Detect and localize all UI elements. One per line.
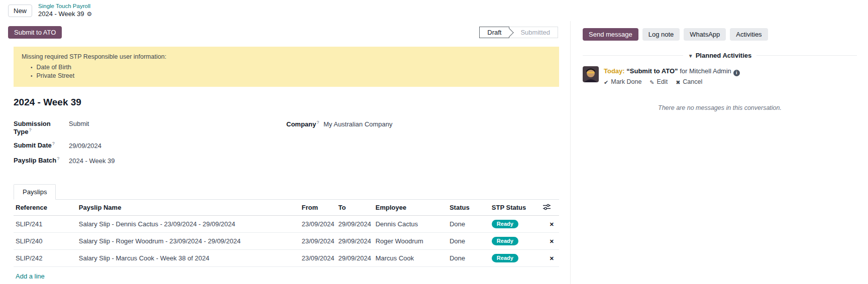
payslip-to[interactable]: 29/09/2024 — [337, 232, 374, 249]
action-row: Submit to ATO Draft Submitted — [0, 21, 570, 44]
help-marker: ? — [316, 120, 319, 125]
payslip-name[interactable]: Salary Slip - Roger Woodrum - 23/09/2024… — [77, 232, 300, 249]
delete-row-icon[interactable]: ✕ — [547, 238, 557, 244]
fields-column-left: Submission Type? Submit Submit Date? 29/… — [14, 120, 286, 171]
activity-actions: ✔Mark Done ✎Edit ✖Cancel — [604, 77, 740, 87]
chatter-buttons: Send message Log note WhatsApp Activitie… — [583, 28, 857, 41]
breadcrumb: Single Touch Payroll 2024 - Week 39 ⚙ — [38, 3, 92, 18]
cancel-activity-button[interactable]: ✖Cancel — [676, 77, 702, 87]
field-label: Payslip Batch? — [14, 156, 69, 164]
warning-item: Date of Birth — [22, 63, 551, 72]
payslip-reference[interactable]: SLIP/241 — [14, 215, 77, 232]
payslips-table: Reference Payslip Name From To Employee … — [14, 200, 559, 267]
stp-status-badge: Ready — [492, 237, 518, 245]
payslip-employee[interactable]: Roger Woodrum — [373, 232, 447, 249]
payslip-to[interactable]: 29/09/2024 — [337, 215, 374, 232]
top-bar: New Single Touch Payroll 2024 - Week 39 … — [0, 0, 868, 21]
gear-icon[interactable]: ⚙ — [87, 11, 92, 18]
breadcrumb-app-link[interactable]: Single Touch Payroll — [38, 3, 92, 10]
payslip-employee[interactable]: Marcus Cook — [373, 249, 447, 266]
header-reference[interactable]: Reference — [14, 200, 77, 215]
log-note-button[interactable]: Log note — [642, 28, 680, 41]
payslip-from[interactable]: 23/09/2024 — [299, 232, 336, 249]
stp-form-page: New Single Touch Payroll 2024 - Week 39 … — [0, 0, 868, 284]
fields-column-right: Company? My Australian Company — [286, 120, 559, 171]
table-row: SLIP/240 Salary Slip - Roger Woodrum - 2… — [14, 232, 559, 249]
chatter-panel: Send message Log note WhatsApp Activitie… — [570, 21, 868, 284]
field-submission-type: Submission Type? Submit — [14, 120, 286, 135]
field-payslip-batch: Payslip Batch? 2024 - Week 39 — [14, 156, 286, 166]
info-icon[interactable]: i — [733, 70, 740, 76]
header-status[interactable]: Status — [448, 200, 490, 215]
table-row: SLIP/242 Salary Slip - Marcus Cook - Wee… — [14, 249, 559, 266]
payslip-status[interactable]: Done — [448, 249, 490, 266]
activities-button[interactable]: Activities — [730, 28, 768, 41]
add-a-line-link[interactable]: Add a line — [14, 267, 47, 284]
activity-summary: “Submit to ATO” — [626, 67, 678, 75]
payslip-status[interactable]: Done — [448, 232, 490, 249]
warning-title: Missing required STP Responsible user in… — [22, 53, 551, 60]
field-company: Company? My Australian Company — [286, 120, 559, 129]
payslip-status[interactable]: Done — [448, 215, 490, 232]
delete-row-icon[interactable]: ✕ — [547, 255, 557, 261]
table-row: SLIP/241 Salary Slip - Dennis Cactus - 2… — [14, 215, 559, 232]
payslip-reference[interactable]: SLIP/242 — [14, 249, 77, 266]
field-submit-date: Submit Date? 29/09/2024 — [14, 141, 286, 151]
statusbar: Draft Submitted — [479, 27, 558, 38]
payslip-to[interactable]: 29/09/2024 — [337, 249, 374, 266]
header-employee[interactable]: Employee — [373, 200, 447, 215]
page-title: 2024 - Week 39 — [14, 97, 559, 108]
field-label: Company? — [286, 120, 323, 128]
header-to[interactable]: To — [337, 200, 374, 215]
tab-payslips[interactable]: Payslips — [14, 184, 56, 200]
fields-grid: Submission Type? Submit Submit Date? 29/… — [14, 120, 559, 171]
new-button[interactable]: New — [8, 5, 32, 17]
planned-activities-header[interactable]: ▼Planned Activities — [583, 52, 857, 59]
notebook-tabs: Payslips — [14, 184, 559, 200]
header-stp-status[interactable]: STP Status — [490, 200, 541, 215]
payslip-table-body: SLIP/241 Salary Slip - Dennis Cactus - 2… — [14, 215, 559, 266]
payslip-from[interactable]: 23/09/2024 — [299, 249, 336, 266]
check-icon: ✔ — [604, 78, 608, 87]
chevron-down-icon: ▼ — [688, 53, 693, 59]
pencil-icon: ✎ — [649, 78, 654, 87]
submission-type-value[interactable]: Submit — [69, 120, 89, 127]
company-value[interactable]: My Australian Company — [323, 120, 392, 128]
form-sheet: Missing required STP Responsible user in… — [0, 44, 570, 284]
payslip-name[interactable]: Salary Slip - Dennis Cactus - 23/09/2024… — [77, 215, 300, 232]
avatar[interactable] — [583, 66, 599, 82]
delete-row-icon[interactable]: ✕ — [547, 221, 557, 227]
activity-due-today: Today: — [604, 67, 625, 75]
send-message-button[interactable]: Send message — [583, 28, 638, 41]
statusbar-step-draft[interactable]: Draft — [479, 27, 509, 38]
whatsapp-button[interactable]: WhatsApp — [684, 28, 726, 41]
stp-status-badge: Ready — [492, 254, 518, 262]
payslip-reference[interactable]: SLIP/240 — [14, 232, 77, 249]
field-label: Submit Date? — [14, 141, 69, 149]
help-marker: ? — [52, 141, 55, 146]
activity-assignee: for Mitchell Admin — [680, 67, 731, 75]
submit-to-ato-button[interactable]: Submit to ATO — [8, 26, 62, 39]
stp-status-badge: Ready — [492, 220, 518, 228]
planned-activities-label: ▼Planned Activities — [688, 52, 751, 59]
close-icon: ✖ — [676, 78, 680, 87]
payslip-name[interactable]: Salary Slip - Marcus Cook - Week 38 of 2… — [77, 249, 300, 266]
activity-body: Today: “Submit to ATO” for Mitchell Admi… — [604, 66, 740, 87]
breadcrumb-record-label: 2024 - Week 39 — [38, 10, 84, 18]
content-area: Submit to ATO Draft Submitted Missing re… — [0, 21, 868, 284]
activity-summary-line: Today: “Submit to ATO” for Mitchell Admi… — [604, 66, 740, 76]
empty-conversation-text: There are no messages in this conversati… — [583, 104, 857, 111]
help-marker: ? — [57, 156, 59, 161]
payslip-employee[interactable]: Dennis Cactus — [373, 215, 447, 232]
warning-banner: Missing required STP Responsible user in… — [14, 47, 559, 87]
edit-activity-button[interactable]: ✎Edit — [649, 77, 668, 87]
optional-columns-icon[interactable] — [543, 204, 551, 212]
header-from[interactable]: From — [299, 200, 336, 215]
payslip-from[interactable]: 23/09/2024 — [299, 215, 336, 232]
header-payslip-name[interactable]: Payslip Name — [77, 200, 300, 215]
statusbar-step-submitted[interactable]: Submitted — [509, 27, 558, 38]
breadcrumb-record: 2024 - Week 39 ⚙ — [38, 10, 92, 18]
payslip-batch-value[interactable]: 2024 - Week 39 — [69, 157, 115, 165]
submit-date-value[interactable]: 29/09/2024 — [69, 142, 101, 150]
mark-done-button[interactable]: ✔Mark Done — [604, 77, 641, 87]
